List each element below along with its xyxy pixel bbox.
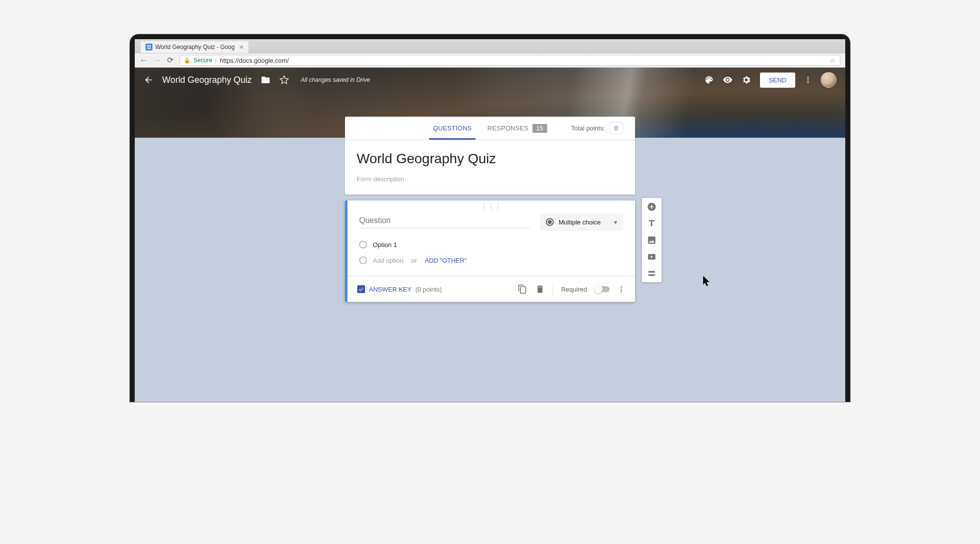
svg-rect-12 [648,274,655,276]
browser-tab[interactable]: World Geography Quiz - Goog × [141,41,248,53]
secure-label: Secure [194,57,212,64]
copy-icon[interactable] [517,284,527,294]
drag-handle-icon[interactable]: ⋮⋮⋮ [347,200,635,211]
browser-nav-controls: ← → ⟳ [140,56,173,64]
browser-back-icon[interactable]: ← [140,56,147,64]
save-status: All changes saved in Drive [301,76,370,83]
svg-rect-1 [147,47,151,48]
option-text[interactable]: Option 1 [373,241,397,248]
svg-point-7 [621,289,622,290]
side-toolbar [642,198,662,282]
browser-tab-strip: World Geography Quiz - Goog × [135,39,845,53]
browser-address-bar: ← → ⟳ 🔒 Secure | https://docs.google.com… [135,53,845,68]
form-cards-container: QUESTIONS RESPONSES 15 Total points: 0 W… [345,117,635,302]
form-tabs-row: QUESTIONS RESPONSES 15 Total points: 0 [345,117,635,140]
tab-questions[interactable]: QUESTIONS [433,117,472,140]
question-footer: ANSWER KEY (0 points) Required [347,276,635,302]
checkbox-checked-icon [357,285,365,293]
send-button[interactable]: SEND [760,73,795,88]
required-label: Required [561,286,587,293]
add-option-button[interactable]: Add option [373,257,403,264]
app-header: World Geography Quiz All changes saved i… [135,68,845,92]
options-list: Option 1 Add option or ADD "OTHER" [347,237,635,276]
more-vert-icon[interactable] [804,75,812,85]
browser-tab-title: World Geography Quiz - Goog [155,44,235,50]
required-toggle[interactable] [595,286,610,292]
svg-point-8 [621,291,622,292]
tab-responses-label: RESPONSES [488,124,529,132]
radio-icon [546,218,554,226]
form-title-input[interactable]: World Geography Quiz [357,151,623,167]
form-header-card: QUESTIONS RESPONSES 15 Total points: 0 W… [345,117,635,195]
svg-rect-11 [648,271,655,272]
add-video-icon[interactable] [647,252,657,262]
star-outline-icon[interactable] [279,75,289,85]
svg-point-4 [808,79,809,81]
add-option-row: Add option or ADD "OTHER" [359,252,623,268]
responses-count-badge: 15 [532,124,547,133]
form-header-title[interactable]: World Geography Quiz [162,75,252,85]
option-radio-icon [359,241,367,248]
forms-app: World Geography Quiz All changes saved i… [135,68,845,402]
preview-eye-icon[interactable] [723,75,733,85]
question-type-label: Multiple choice [559,219,601,226]
mouse-cursor-icon [703,276,712,288]
add-section-icon[interactable] [647,269,657,278]
add-other-button[interactable]: ADD "OTHER" [425,257,467,264]
user-avatar[interactable] [821,72,836,88]
footer-divider [553,282,553,296]
browser-reload-icon[interactable]: ⟳ [167,56,173,64]
url-input[interactable]: 🔒 Secure | https://docs.google.com/ ☆ [179,55,840,66]
add-title-icon[interactable] [647,219,657,228]
answer-key-button[interactable]: ANSWER KEY (0 points) [357,285,442,293]
question-card: ⋮⋮⋮ Multiple choice ▾ Option 1 Add optio… [345,200,635,302]
add-image-icon[interactable] [647,235,657,245]
tab-responses[interactable]: RESPONSES 15 [488,117,547,140]
folder-icon[interactable] [261,75,270,85]
total-points-label: Total points: [571,124,605,132]
more-vert-icon[interactable] [617,284,625,294]
chevron-down-icon: ▾ [614,219,617,226]
question-title-input[interactable] [359,213,530,228]
svg-point-5 [808,81,809,83]
form-title-section: World Geography Quiz Form description [345,140,635,195]
option-radio-icon [359,256,367,264]
browser-forward-icon[interactable]: → [153,56,161,64]
total-points: Total points: 0 [571,122,623,134]
form-description-input[interactable]: Form description [357,175,623,183]
answer-key-label: ANSWER KEY [369,286,412,293]
or-label: or [411,257,417,264]
lock-icon: 🔒 [184,57,191,64]
bookmark-star-icon[interactable]: ☆ [830,57,836,64]
question-type-dropdown[interactable]: Multiple choice ▾ [540,213,623,231]
trash-icon[interactable] [535,284,545,294]
close-tab-icon[interactable]: × [240,43,244,51]
laptop-frame: World Geography Quiz - Goog × ← → ⟳ 🔒 Se… [130,34,850,402]
total-points-value: 0 [609,122,623,134]
back-arrow-icon[interactable] [144,75,153,85]
svg-point-6 [621,286,622,288]
option-row[interactable]: Option 1 [359,237,623,252]
svg-point-3 [808,77,809,78]
tab-questions-label: QUESTIONS [433,124,472,132]
svg-rect-2 [147,48,151,49]
points-label: (0 points) [416,286,442,293]
gear-icon[interactable] [741,75,751,85]
forms-favicon-icon [146,44,152,50]
url-divider: | [215,57,217,64]
palette-icon[interactable] [704,75,714,85]
screen: World Geography Quiz - Goog × ← → ⟳ 🔒 Se… [135,39,845,402]
add-question-icon[interactable] [647,202,657,212]
url-text: https://docs.google.com/ [220,57,289,64]
laptop-bezel: World Geography Quiz - Goog × ← → ⟳ 🔒 Se… [130,34,850,402]
svg-rect-0 [147,45,151,46]
